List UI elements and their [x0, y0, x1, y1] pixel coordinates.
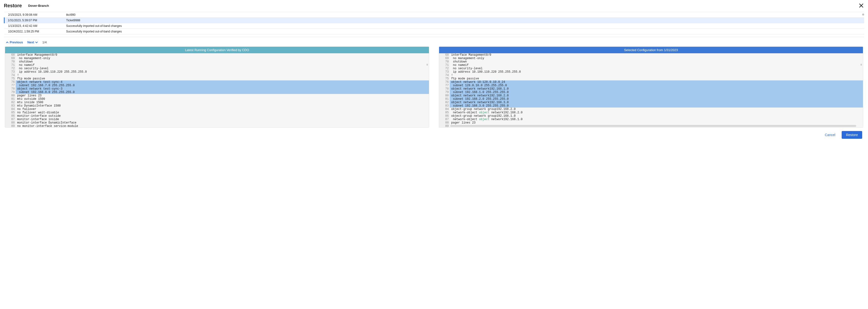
code-line: 80object network network192.168.2.0 [439, 94, 863, 97]
snapshot-description: Successfully imported out-of-band change… [64, 23, 864, 29]
code-text: mtu outside 1500 [16, 97, 429, 101]
code-text: object network test-sync-3 [16, 87, 429, 90]
line-number: 83 [5, 104, 16, 108]
code-text: ip address 10.100.110.220 255.255.255.0 [16, 70, 429, 74]
line-number: 72 [439, 67, 450, 70]
previous-button[interactable]: Previous [6, 40, 23, 44]
code-text: pager lines 23 [16, 94, 429, 97]
snapshot-description: Ticket9988 [64, 18, 864, 23]
line-number: 85 [439, 111, 450, 114]
line-number: 89 [5, 124, 16, 128]
code-line: 86monitor-interface outside [5, 114, 429, 118]
chevron-down-icon [35, 41, 38, 44]
right-horizontal-scrollbar[interactable] [450, 125, 856, 127]
line-number: 76 [439, 80, 450, 84]
snapshot-row[interactable]: 2/15/2023, 9:39:08 AMtkct990 [4, 12, 864, 18]
snapshot-row[interactable]: 1/13/2023, 4:42:42 AMSuccessfully import… [4, 23, 864, 29]
snapshot-list: 2/15/2023, 9:39:08 AMtkct9901/31/2023, 5… [4, 12, 864, 34]
code-text: subnet 192.168.3.0 255.255.255.0 [450, 104, 863, 108]
code-text: object network network192.168.2.0 [450, 94, 863, 97]
code-text: no management-only [16, 57, 429, 60]
line-number: 80 [439, 94, 450, 97]
snapshot-date: 1/13/2023, 4:42:42 AM [4, 23, 64, 29]
line-number: 70 [439, 60, 450, 63]
code-text: monitor-interface DynamicInterface [16, 121, 429, 124]
line-number: 79 [5, 90, 16, 94]
code-line: 71 no nameif [439, 63, 863, 67]
next-button[interactable]: Next [27, 40, 38, 44]
line-number: 69 [5, 57, 16, 60]
code-text: monitor-interface inside [16, 118, 429, 121]
line-number: 86 [5, 114, 16, 118]
code-text: mtu inside 1500 [16, 101, 429, 104]
code-line: 78object network network192.168.1.0 [439, 87, 863, 90]
line-number: 68 [439, 53, 450, 57]
code-text: object-group network group192.168.2.0 [450, 108, 863, 111]
code-text: shutdown [16, 60, 429, 63]
code-line: 75ftp mode passive [439, 77, 863, 80]
code-text: subnet 192.168.1.0 255.255.255.0 [450, 90, 863, 94]
code-line: 73 ip address 10.100.110.220 255.255.255… [5, 70, 429, 74]
code-text: no nameif [450, 63, 863, 67]
code-line: 84no failover [5, 108, 429, 111]
code-text: pager lines 23 [450, 121, 863, 124]
code-text: interface Management0/0 [450, 53, 863, 57]
device-name: Dover-Branch [28, 4, 49, 7]
code-text: no management-only [450, 57, 863, 60]
code-text: subnet 192.168.8.0 255.255.255.0 [16, 90, 429, 94]
line-number: 84 [439, 108, 450, 111]
line-number: 85 [5, 111, 16, 114]
code-line: 87 network-object object network192.168.… [439, 118, 863, 121]
code-text: ftp mode passive [16, 77, 429, 80]
code-line: 86object-group network group192.168.1.0 [439, 114, 863, 118]
chevron-up-icon [6, 41, 9, 44]
code-text: object network test-sync-4 [16, 80, 429, 84]
code-line: 70 shutdown [5, 60, 429, 63]
code-line: 83mtu DynamicInterface 1500 [5, 104, 429, 108]
code-line: 72 no security-level [439, 67, 863, 70]
left-vertical-scrollbar[interactable] [427, 64, 428, 66]
line-number: 87 [439, 118, 450, 121]
code-line: 68interface Management0/0 [5, 53, 429, 57]
restore-button[interactable]: Restore [842, 131, 862, 139]
code-line: 85no failover wait-disable [5, 111, 429, 114]
code-text: subnet 192.168.7.0 255.255.255.0 [16, 84, 429, 87]
line-number: 81 [5, 97, 16, 101]
code-line: 81 subnet 192.168.2.0 255.255.255.0 [439, 97, 863, 101]
code-text: no monitor-interface service-module [16, 124, 429, 128]
keyword: object [479, 111, 489, 114]
code-line: 70 shutdown [439, 60, 863, 63]
line-number: 77 [5, 84, 16, 87]
snapshot-row[interactable]: 1/31/2023, 5:39:07 PMTicket9988 [4, 18, 864, 23]
code-line: 74! [439, 74, 863, 77]
code-line: 89no monitor-interface service-module [5, 124, 429, 128]
code-text: ! [16, 74, 429, 77]
code-text: shutdown [450, 60, 863, 63]
close-button[interactable] [858, 2, 865, 9]
snapshot-row[interactable]: 10/24/2022, 1:59:25 PMSuccessfully impor… [4, 29, 864, 34]
code-line: 69 no management-only [5, 57, 429, 60]
line-number: 76 [5, 80, 16, 84]
cancel-button[interactable]: Cancel [822, 131, 838, 139]
code-text: ip address 10.100.110.220 255.255.255.0 [450, 70, 863, 74]
right-panel-title: Selected Configuration from 1/31/2023 [439, 47, 863, 53]
right-config-code[interactable]: 68interface Management0/069 no managemen… [439, 53, 863, 128]
snapshot-description: tkct990 [64, 12, 864, 18]
line-number: 80 [5, 94, 16, 97]
code-text: subnet 128.0.10.0 255.255.255.0 [450, 84, 863, 87]
code-line: 74! [5, 74, 429, 77]
code-line: 75ftp mode passive [5, 77, 429, 80]
header: Restore Dover-Branch [4, 3, 864, 12]
code-line: 68interface Management0/0 [439, 53, 863, 57]
line-number: 82 [5, 101, 16, 104]
line-number: 88 [439, 121, 450, 124]
line-number: 82 [439, 101, 450, 104]
line-number: 69 [439, 57, 450, 60]
code-line: 76object network 10-128.0.10.0_24 [439, 80, 863, 84]
code-text: mtu DynamicInterface 1500 [16, 104, 429, 108]
right-vertical-scrollbar[interactable] [861, 64, 862, 66]
left-config-code[interactable]: 68interface Management0/069 no managemen… [5, 53, 429, 128]
code-line: 76object network test-sync-4 [5, 80, 429, 84]
code-text: interface Management0/0 [16, 53, 429, 57]
code-line: 84object-group network group192.168.2.0 [439, 108, 863, 111]
